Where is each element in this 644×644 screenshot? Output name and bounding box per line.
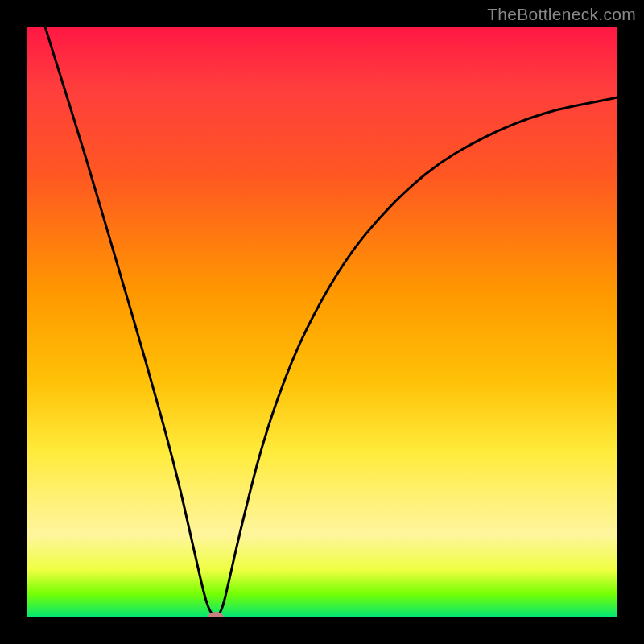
optimal-point-marker — [208, 612, 224, 617]
plot-area — [27, 27, 617, 617]
watermark-text: TheBottleneck.com — [487, 5, 636, 24]
bottleneck-curve — [27, 27, 617, 616]
curve-svg — [27, 27, 617, 617]
chart-frame: TheBottleneck.com — [0, 0, 644, 644]
